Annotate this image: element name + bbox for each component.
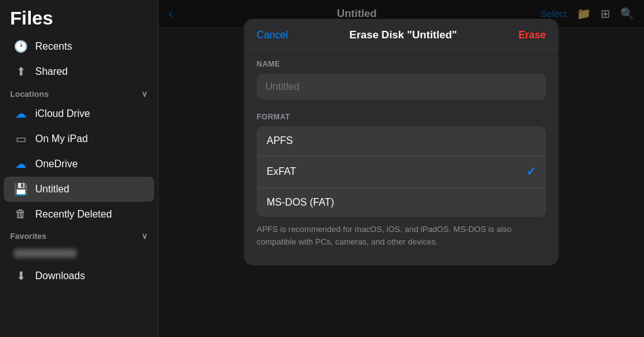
shared-icon: ⬆ [14,65,28,79]
modal-header: Cancel Erase Disk "Untitled" Erase [244,19,558,50]
sidebar-item-untitled[interactable]: 💾 Untitled [4,177,154,202]
sidebar-item-ipad[interactable]: ▭ On My iPad [4,126,154,152]
sidebar: Files 🕐 Recents ⬆ Shared Locations ∨ ☁ i… [0,0,158,337]
favorites-chevron[interactable]: ∨ [142,231,148,241]
favorites-section: Favorites ∨ [0,226,158,243]
untitled-label: Untitled [35,184,69,195]
icloud-icon: ☁ [14,107,28,121]
ipad-icon: ▭ [14,132,28,146]
format-list: APFS ExFAT ✓ MS-DOS (FAT) [257,126,546,217]
sidebar-item-icloud[interactable]: ☁ iCloud Drive [4,101,154,126]
sidebar-item-onedrive[interactable]: ☁ OneDrive [4,152,154,177]
exfat-checkmark: ✓ [526,165,536,179]
redacted-favorite [4,243,154,263]
recently-deleted-label: Recently Deleted [35,209,112,220]
format-description: APFS is recommended for macOS, iOS, and … [257,223,546,248]
recents-icon: 🕐 [14,40,28,53]
locations-section: Locations ∨ [0,84,158,101]
icloud-label: iCloud Drive [35,108,90,119]
redacted-bar [14,249,77,258]
modal-body: NAME FORMAT APFS ExFAT ✓ MS-DO [244,50,558,265]
format-item-msdos[interactable]: MS-DOS (FAT) [257,188,546,217]
onedrive-label: OneDrive [35,158,78,170]
trash-icon: 🗑 [14,207,28,221]
erase-button[interactable]: Erase [518,30,546,41]
sidebar-item-recently-deleted[interactable]: 🗑 Recently Deleted [4,202,154,226]
recents-label: Recents [35,41,72,52]
msdos-label: MS-DOS (FAT) [267,197,334,208]
cancel-button[interactable]: Cancel [257,30,288,41]
sidebar-item-recents[interactable]: 🕐 Recents [4,34,154,59]
format-field-label: FORMAT [257,113,546,121]
erase-disk-modal: Cancel Erase Disk "Untitled" Erase NAME … [244,19,558,265]
main-content: ‹ Untitled Select 📁 ⊞ 🔍 Cancel Erase Dis… [158,0,644,337]
onedrive-icon: ☁ [14,157,28,171]
format-item-exfat[interactable]: ExFAT ✓ [257,156,546,188]
apfs-label: APFS [267,135,293,146]
shared-label: Shared [35,66,68,77]
name-input[interactable] [257,74,546,100]
untitled-drive-icon: 💾 [14,182,28,196]
name-field-label: NAME [257,60,546,69]
sidebar-item-shared[interactable]: ⬆ Shared [4,59,154,84]
format-section: FORMAT APFS ExFAT ✓ MS-DOS (FAT) A [257,113,546,248]
downloads-label: Downloads [35,270,85,282]
modal-title: Erase Disk "Untitled" [350,29,457,41]
sidebar-item-downloads[interactable]: ⬇ Downloads [4,263,154,289]
format-item-apfs[interactable]: APFS [257,126,546,156]
ipad-label: On My iPad [35,133,88,145]
exfat-label: ExFAT [267,166,296,177]
modal-overlay: Cancel Erase Disk "Untitled" Erase NAME … [158,0,644,337]
locations-chevron[interactable]: ∨ [142,89,148,99]
sidebar-title: Files [0,0,158,34]
downloads-icon: ⬇ [14,269,28,283]
